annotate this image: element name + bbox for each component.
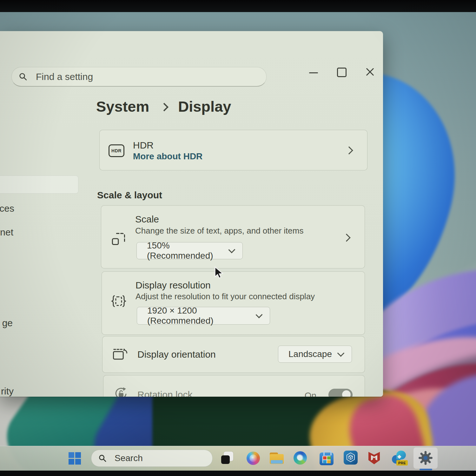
preview-app-button[interactable]: PRE (392, 451, 408, 466)
file-explorer-button[interactable] (270, 453, 284, 464)
display-resolution-icon (111, 293, 127, 309)
sidebar-item-bluetooth-devices[interactable]: vices (0, 203, 14, 214)
settings-app-button[interactable] (413, 447, 438, 469)
chevron-right-icon (345, 146, 353, 154)
display-orientation-card[interactable]: Display orientation Landscape (102, 336, 365, 373)
close-icon (366, 68, 374, 76)
scale-title: Scale (135, 214, 159, 225)
settings-window: Find a setting System Display vices rnet… (0, 31, 383, 397)
settings-gear-icon (418, 450, 433, 466)
minimize-icon (309, 72, 318, 73)
toggle-knob (342, 390, 351, 397)
taskbar-search[interactable]: Search (91, 450, 213, 467)
display-resolution-title: Display resolution (136, 280, 211, 291)
display-orientation-icon (112, 347, 128, 362)
chevron-down-icon (337, 350, 345, 357)
sidebar-item-network-internet[interactable]: rnet (0, 227, 13, 238)
scale-subtitle: Change the size of text, apps, and other… (135, 226, 303, 236)
mcafee-shield-icon (367, 451, 381, 465)
scale-dropdown[interactable]: 150% (Recommended) (136, 242, 243, 259)
maximize-button[interactable] (334, 65, 349, 80)
screen-photo: Find a setting System Display vices rnet… (0, 0, 476, 476)
section-title: Scale & layout (97, 190, 162, 201)
breadcrumb-display: Display (178, 98, 231, 115)
breadcrumb-system[interactable]: System (96, 98, 149, 115)
sidebar-item-privacy-security[interactable]: rity (0, 386, 14, 397)
display-resolution-card[interactable]: Display resolution Adjust the resolution… (102, 271, 365, 335)
display-resolution-dropdown[interactable]: 1920 × 1200 (Recommended) (137, 307, 270, 325)
breadcrumb: System Display (96, 98, 231, 115)
edge-button[interactable] (294, 451, 307, 465)
rotation-lock-card: Rotation lock On (103, 375, 365, 397)
microsoft-store-button[interactable] (320, 450, 334, 466)
hdr-title: HDR (133, 140, 154, 151)
rotation-lock-title: Rotation lock (137, 389, 192, 397)
hdr-icon-text: HDR (111, 148, 122, 153)
pre-badge: PRE (396, 460, 408, 466)
display-orientation-dropdown[interactable]: Landscape (278, 346, 352, 363)
scale-icon (111, 231, 127, 246)
hdr-icon: HDR (109, 144, 124, 157)
hdr-card[interactable]: HDR HDR More about HDR (99, 130, 367, 170)
edge-icon (294, 451, 307, 465)
rotation-lock-state-label: On (305, 391, 316, 397)
copilot-icon (247, 452, 260, 465)
rotation-lock-icon (113, 386, 129, 397)
dev-cube-app-button[interactable] (344, 451, 358, 465)
display-resolution-value: 1920 × 1200 (Recommended) (147, 306, 257, 326)
sidebar-selected-item-highlight[interactable] (0, 175, 78, 194)
display-orientation-title: Display orientation (137, 349, 216, 360)
minimize-button[interactable] (306, 65, 321, 80)
chevron-right-icon (342, 234, 350, 241)
scale-card[interactable]: Scale Change the size of text, apps, and… (101, 205, 365, 268)
task-view-button[interactable] (221, 452, 234, 464)
active-app-indicator (420, 469, 432, 470)
start-button[interactable] (68, 452, 81, 465)
taskbar-search-label: Search (115, 453, 143, 463)
search-placeholder: Find a setting (36, 71, 93, 82)
maximize-icon (337, 68, 347, 77)
hexagon-cube-app-icon (344, 451, 358, 465)
scale-value: 150% (Recommended) (147, 241, 229, 261)
windows-logo-icon (69, 452, 81, 465)
screen-bezel-top (0, 0, 476, 12)
rotation-lock-toggle[interactable] (328, 389, 353, 397)
more-about-hdr-link[interactable]: More about HDR (133, 151, 202, 162)
chevron-right-icon (160, 103, 169, 111)
mouse-cursor (212, 266, 225, 279)
display-resolution-subtitle: Adjust the resolution to fit your connec… (136, 292, 315, 301)
close-button[interactable] (363, 65, 377, 79)
search-icon (98, 454, 107, 463)
settings-search-input[interactable]: Find a setting (11, 67, 267, 87)
screen-bezel-bottom (0, 471, 476, 476)
display-orientation-value: Landscape (288, 349, 332, 359)
copilot-button[interactable] (247, 452, 260, 465)
search-icon (19, 72, 28, 81)
sidebar-item-time-language[interactable]: ge (0, 318, 13, 328)
mcafee-button[interactable] (367, 451, 381, 465)
